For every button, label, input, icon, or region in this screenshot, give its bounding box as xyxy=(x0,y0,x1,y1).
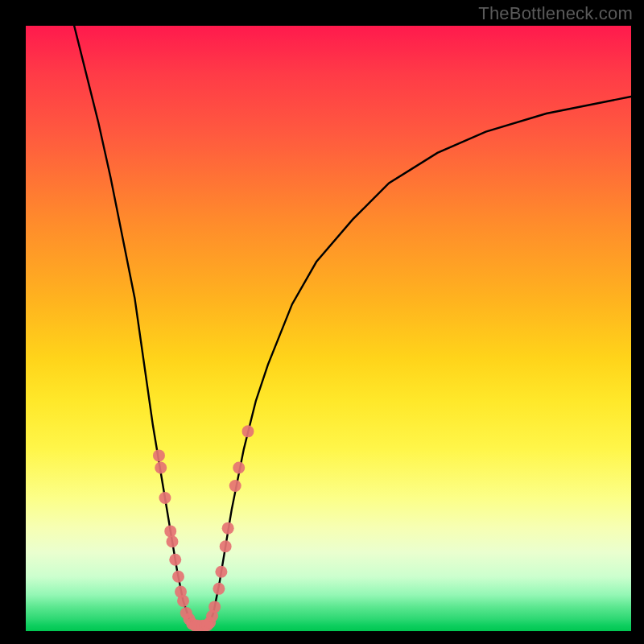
plot-area xyxy=(26,26,631,631)
data-dot xyxy=(166,535,178,547)
left-curve xyxy=(74,26,195,628)
data-dot xyxy=(242,425,254,437)
data-dot xyxy=(233,461,245,473)
data-dot xyxy=(229,480,242,492)
chart-svg xyxy=(26,26,631,631)
data-dot xyxy=(153,449,165,461)
data-dot xyxy=(159,492,171,504)
data-dot xyxy=(208,601,221,613)
data-dot xyxy=(222,522,234,535)
data-dot xyxy=(169,554,181,566)
data-dot xyxy=(215,566,227,578)
right-curve xyxy=(208,97,631,628)
data-dot xyxy=(164,525,176,537)
data-dot xyxy=(213,583,225,595)
watermark-text: TheBottleneck.com xyxy=(478,3,633,24)
data-dot xyxy=(155,461,167,473)
data-dot xyxy=(172,571,184,583)
chart-frame: TheBottleneck.com xyxy=(0,0,644,644)
data-dot xyxy=(220,540,232,552)
data-dot xyxy=(177,595,189,607)
